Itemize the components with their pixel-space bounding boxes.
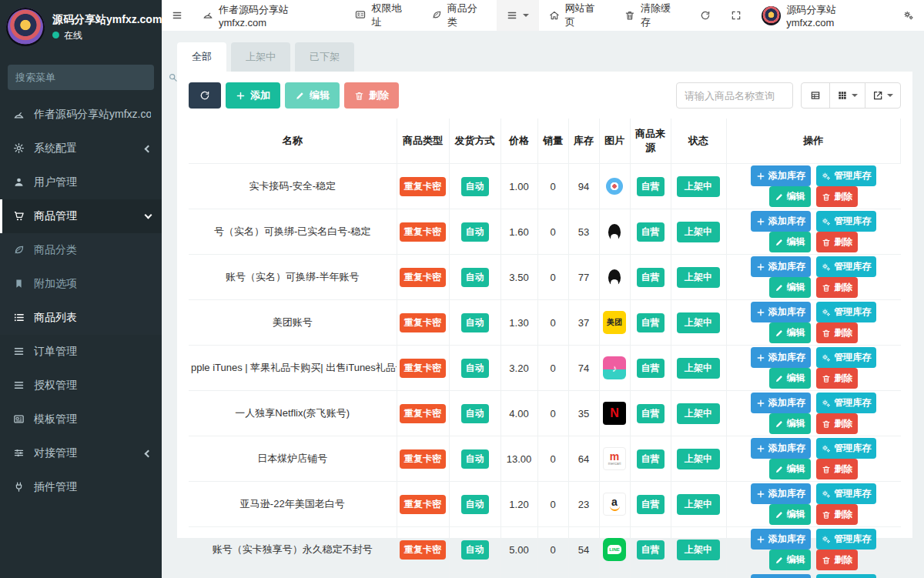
nav-tabs-dropdown-button[interactable] bbox=[497, 0, 539, 31]
column-header[interactable]: 商品类型 bbox=[397, 119, 449, 164]
sidebar-item-label: 授权管理 bbox=[34, 379, 151, 393]
manage-stock-button[interactable]: 管理库存 bbox=[816, 438, 876, 459]
add-stock-button[interactable]: 添加库存 bbox=[751, 165, 811, 186]
add-stock-button[interactable]: 添加库存 bbox=[751, 529, 811, 550]
source-badge: 自营 bbox=[637, 359, 665, 378]
row-edit-button[interactable]: 编辑 bbox=[769, 550, 811, 570]
manage-stock-button[interactable]: 管理库存 bbox=[816, 529, 876, 550]
manage-stock-button[interactable]: 管理库存 bbox=[816, 393, 876, 413]
column-header[interactable]: 商品来源 bbox=[630, 119, 671, 164]
nav-user-menu[interactable]: 源码分享站ymfxz.com bbox=[752, 0, 893, 31]
sidebar-item[interactable]: 授权管理 bbox=[0, 369, 162, 403]
column-header[interactable]: 图片 bbox=[599, 119, 630, 164]
table-row[interactable]: 号（实名）可换绑-已实名白号-稳定 重复卡密 自动 1.60 0 53 自营 上… bbox=[189, 209, 901, 255]
row-edit-button[interactable]: 编辑 bbox=[769, 186, 811, 207]
row-edit-button[interactable]: 编辑 bbox=[769, 504, 811, 525]
product-price: 3.00 bbox=[500, 573, 537, 578]
sidebar-item[interactable]: 商品列表 bbox=[0, 301, 162, 335]
column-header[interactable]: 销量 bbox=[537, 119, 568, 164]
filter-tab[interactable]: 全部 bbox=[177, 42, 226, 72]
manage-stock-button[interactable]: 管理库存 bbox=[816, 302, 876, 322]
sidebar-item[interactable]: 商品分类 bbox=[0, 233, 162, 267]
row-delete-button[interactable]: 删除 bbox=[816, 550, 858, 570]
row-delete-button[interactable]: 删除 bbox=[816, 322, 858, 343]
table-row[interactable]: 亚马逊-22年美国老白号 重复卡密 自动 1.20 0 23 自营 上架中 bbox=[189, 482, 901, 527]
refresh-button[interactable] bbox=[189, 82, 221, 109]
add-stock-button[interactable]: 添加库存 bbox=[751, 438, 811, 459]
column-header[interactable]: 发货方式 bbox=[449, 119, 500, 164]
sidebar-item[interactable]: 插件管理 bbox=[0, 470, 162, 504]
row-edit-button[interactable]: 编辑 bbox=[769, 232, 811, 252]
add-stock-button[interactable]: 添加库存 bbox=[751, 302, 811, 322]
manage-stock-button[interactable]: 管理库存 bbox=[816, 574, 876, 578]
row-delete-button[interactable]: 删除 bbox=[816, 459, 858, 479]
row-edit-button[interactable]: 编辑 bbox=[769, 322, 811, 343]
add-button[interactable]: 添加 bbox=[226, 82, 280, 109]
add-stock-button[interactable]: 添加库存 bbox=[751, 211, 811, 232]
manage-stock-button[interactable]: 管理库存 bbox=[816, 211, 876, 232]
row-delete-button[interactable]: 删除 bbox=[816, 504, 858, 525]
add-stock-button[interactable]: 添加库存 bbox=[751, 574, 811, 578]
nav-clear-cache-button[interactable]: 清除缓存 bbox=[614, 0, 690, 31]
sidebar-item[interactable]: 附加选项 bbox=[0, 267, 162, 301]
add-stock-button[interactable]: 添加库存 bbox=[751, 393, 811, 413]
sidebar-item[interactable]: 订单管理 bbox=[0, 335, 162, 369]
filter-tab[interactable]: 已下架 bbox=[295, 42, 354, 72]
column-header[interactable]: 库存 bbox=[568, 119, 599, 164]
sidebar-search-input[interactable] bbox=[8, 65, 159, 90]
table-row[interactable]: 账号（实卡独享号）永久稳定不封号 重复卡密 自动 5.00 0 54 自营 上架… bbox=[189, 527, 901, 573]
row-delete-button[interactable]: 删除 bbox=[816, 232, 858, 252]
sidebar-item[interactable]: 用户管理 bbox=[0, 165, 162, 199]
delete-button[interactable]: 删除 bbox=[344, 82, 399, 109]
source-badge: 自营 bbox=[637, 313, 665, 332]
manage-stock-button[interactable]: 管理库存 bbox=[816, 483, 876, 504]
sidebar-item[interactable]: 对接管理 bbox=[0, 436, 162, 470]
row-edit-button[interactable]: 编辑 bbox=[769, 413, 811, 434]
product-search-input[interactable] bbox=[676, 82, 793, 109]
table-row[interactable]: 一人独享Netflix(奈飞账号) 重复卡密 自动 4.00 0 35 自营 上… bbox=[189, 391, 901, 436]
nav-reload-button[interactable] bbox=[690, 0, 721, 31]
nav-tab[interactable]: 商品分类 bbox=[421, 0, 497, 31]
row-edit-button[interactable]: 编辑 bbox=[769, 368, 811, 389]
nav-tab[interactable]: 作者源码分享站ymfxz.com bbox=[192, 0, 345, 31]
column-header[interactable]: 名称 bbox=[189, 119, 397, 164]
column-header[interactable]: 状态 bbox=[671, 119, 726, 164]
row-delete-button[interactable]: 删除 bbox=[816, 186, 858, 207]
edit-button[interactable]: 编辑 bbox=[285, 82, 340, 109]
source-badge: 自营 bbox=[637, 177, 665, 196]
row-edit-button[interactable]: 编辑 bbox=[769, 459, 811, 479]
columns-button[interactable] bbox=[829, 82, 865, 109]
nav-tab[interactable]: 权限地址 bbox=[345, 0, 420, 31]
table-row[interactable]: 账号（实名）可换绑-半年账号 重复卡密 自动 3.50 0 77 自营 上架中 bbox=[189, 255, 901, 300]
manage-stock-button[interactable]: 管理库存 bbox=[816, 256, 876, 277]
toggle-view-button[interactable] bbox=[801, 82, 830, 109]
add-stock-button[interactable]: 添加库存 bbox=[751, 256, 811, 277]
sidebar-toggle-button[interactable] bbox=[162, 0, 192, 31]
sidebar-item[interactable]: 模板管理 bbox=[0, 403, 162, 436]
column-header[interactable]: 操作 bbox=[726, 119, 901, 164]
sidebar-item[interactable]: 系统配置 bbox=[0, 132, 162, 165]
row-edit-button[interactable]: 编辑 bbox=[769, 277, 811, 298]
nav-settings-button[interactable] bbox=[893, 0, 924, 31]
nav-home-button[interactable]: 网站首页 bbox=[539, 0, 614, 31]
filter-tab[interactable]: 上架中 bbox=[231, 42, 290, 72]
table-row[interactable]: 美团账号 重复卡密 自动 1.30 0 37 自营 上架中 bbox=[189, 300, 901, 346]
status-badge: 上架中 bbox=[677, 540, 720, 560]
table-row[interactable]: pple iTunes | 苹果礼品卡购买| 出售iTunes礼品卡| 重复卡密… bbox=[189, 346, 901, 391]
table-row[interactable]: 日本煤炉店铺号 重复卡密 自动 13.00 0 64 自营 上架中 bbox=[189, 436, 901, 482]
manage-stock-button[interactable]: 管理库存 bbox=[816, 165, 876, 186]
table-row[interactable]: （台湾实卡注册独享号）永久稳定不封号 重复卡密 自动 3.00 0 75 自营 … bbox=[189, 573, 901, 578]
row-delete-button[interactable]: 删除 bbox=[816, 413, 858, 434]
table-row[interactable]: 实卡接码-安全-稳定 重复卡密 自动 1.00 0 94 自营 上架中 bbox=[189, 164, 901, 209]
sidebar-item[interactable]: 商品管理 bbox=[0, 199, 162, 233]
add-stock-button[interactable]: 添加库存 bbox=[751, 483, 811, 504]
row-delete-button[interactable]: 删除 bbox=[816, 277, 858, 298]
add-stock-button[interactable]: 添加库存 bbox=[751, 347, 811, 368]
column-header[interactable]: 价格 bbox=[500, 119, 537, 164]
row-delete-button[interactable]: 删除 bbox=[816, 368, 858, 389]
sidebar-item[interactable]: 作者源码分享站ymfxz.com bbox=[0, 98, 162, 132]
nav-fullscreen-button[interactable] bbox=[721, 0, 752, 31]
manage-stock-button[interactable]: 管理库存 bbox=[816, 347, 876, 368]
product-price: 1.30 bbox=[500, 300, 537, 346]
export-button[interactable] bbox=[865, 82, 901, 109]
